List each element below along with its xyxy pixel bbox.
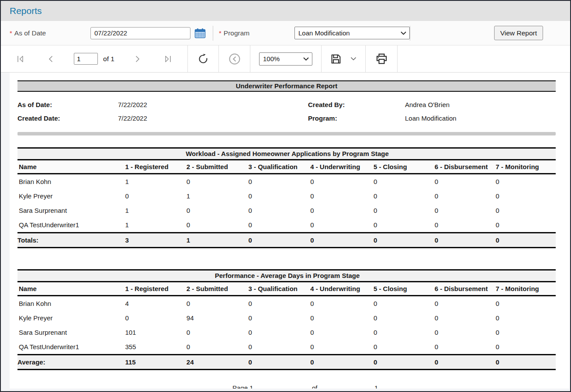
footer-total-pages: 1 (374, 384, 378, 389)
column-header: Name (17, 160, 125, 174)
report-title: Underwriter Performance Report (17, 80, 556, 92)
table-cell: 0 (310, 311, 374, 325)
table-cell: QA TestUnderwriter1 (17, 218, 125, 233)
table-row: Sara Surprenant101000000 (17, 325, 556, 340)
reports-window: Reports * As of Date (0, 0, 571, 392)
table-cell: 0 (435, 174, 496, 189)
next-page-button[interactable] (132, 53, 143, 65)
previous-page-icon (47, 55, 54, 63)
refresh-button[interactable] (196, 52, 211, 66)
table-cell: 0 (310, 174, 374, 189)
meta-row-created-by: Created By: Andrea O'Brien (308, 98, 556, 111)
refresh-group (188, 45, 219, 72)
column-header: 6 - Disbursement (435, 160, 496, 174)
zoom-select[interactable]: 100% (259, 52, 312, 66)
column-header: 1 - Registered (125, 160, 186, 174)
app-header: Reports (1, 1, 570, 21)
table-cell: 0 (310, 218, 374, 233)
page-number-input[interactable] (74, 53, 98, 65)
table-cell: 0 (249, 311, 311, 325)
report-tables: Workload - Assigned Homeowner Applicatio… (17, 147, 556, 370)
table-cell: 4 (125, 296, 186, 311)
table-cell: Brian Kohn (17, 296, 125, 311)
chevron-down-icon (350, 57, 356, 61)
column-header: 3 - Qualification (249, 160, 311, 174)
table-cell: 0 (435, 203, 496, 218)
first-page-button[interactable] (14, 53, 27, 65)
table-cell: 355 (125, 340, 186, 355)
report-viewport: Underwriter Performance Report As of Dat… (1, 73, 570, 391)
program-label: Program (224, 29, 249, 37)
meta-row-as-of-date: As of Date: 7/22/2022 (17, 98, 308, 111)
summary-row: Average:1152400000 (17, 355, 556, 370)
table-cell: 0 (496, 340, 556, 355)
table-cell: 0 (435, 189, 496, 203)
summary-cell: 0 (374, 355, 435, 370)
column-header: 2 - Submitted (187, 282, 249, 296)
page-number-box: of 1 (74, 53, 114, 65)
summary-cell: 24 (187, 355, 249, 370)
table-cell: Sara Surprenant (17, 203, 125, 218)
table-row: Kyle Preyer09400000 (17, 311, 556, 325)
refresh-icon (197, 53, 209, 65)
table-row: Sara Surprenant1000000 (17, 203, 556, 218)
table-row: QA TestUnderwriter1355000000 (17, 340, 556, 355)
table-cell: 0 (310, 189, 374, 203)
last-page-button[interactable] (161, 53, 174, 65)
table-cell: 0 (435, 296, 496, 311)
table-cell: 0 (187, 340, 249, 355)
table-cell: 0 (374, 174, 435, 189)
program-label-box: * Program (213, 29, 294, 37)
table-cell: 94 (187, 311, 249, 325)
table-cell: 0 (125, 189, 186, 203)
report-content: Underwriter Performance Report As of Dat… (17, 80, 556, 389)
table-cell: 0 (187, 218, 249, 233)
page-title: Reports (10, 6, 42, 16)
back-button[interactable] (227, 51, 242, 67)
print-group (366, 45, 398, 72)
table-cell: 0 (310, 325, 374, 340)
table-cell: Brian Kohn (17, 174, 125, 189)
summary-cell: 0 (435, 233, 496, 248)
calendar-button[interactable] (194, 28, 206, 38)
previous-page-button[interactable] (45, 53, 56, 65)
column-header: 4 - Underwriting (310, 282, 374, 296)
view-report-button[interactable]: View Report (494, 26, 543, 40)
table-cell: 0 (310, 203, 374, 218)
column-header: 7 - Monitoring (496, 282, 556, 296)
export-menu-button[interactable] (349, 55, 358, 62)
meta-left-column: As of Date: 7/22/2022 Created Date: 7/22… (17, 98, 308, 125)
footer-of-label: of (312, 384, 318, 389)
column-header: 1 - Registered (125, 282, 186, 296)
table-cell: 1 (125, 203, 186, 218)
column-header: 5 - Closing (374, 160, 435, 174)
calendar-icon (194, 28, 206, 38)
summary-cell: 0 (249, 355, 311, 370)
column-header-row: Name1 - Registered2 - Submitted3 - Quali… (17, 160, 556, 174)
meta-row-program: Program: Loan Modification (308, 111, 556, 125)
column-header: 6 - Disbursement (435, 282, 496, 296)
table-cell: 0 (496, 174, 556, 189)
summary-label: Totals: (17, 233, 125, 248)
report-page: Underwriter Performance Report As of Dat… (10, 73, 569, 389)
table-cell: 0 (187, 296, 249, 311)
print-button[interactable] (374, 51, 389, 66)
table-cell: 0 (374, 189, 435, 203)
table-cell: 0 (249, 189, 311, 203)
column-header: 3 - Qualification (249, 282, 311, 296)
as-of-date-input[interactable] (90, 27, 190, 39)
table-title-row: Performance - Average Days in Program St… (17, 270, 556, 282)
summary-cell: 0 (249, 233, 311, 248)
program-select[interactable]: Loan Modification (294, 27, 410, 39)
column-header: 2 - Submitted (187, 160, 249, 174)
summary-cell: 0 (374, 233, 435, 248)
zoom-select-wrap: 100% (259, 52, 312, 66)
table-cell: 0 (249, 325, 311, 340)
table-cell: 0 (496, 203, 556, 218)
required-asterisk: * (219, 29, 221, 37)
table-cell: 1 (125, 218, 186, 233)
meta-row-created-date: Created Date: 7/22/2022 (17, 111, 308, 125)
meta-label: Created Date: (17, 114, 118, 122)
table-cell: 0 (249, 174, 311, 189)
export-button[interactable] (329, 52, 343, 66)
